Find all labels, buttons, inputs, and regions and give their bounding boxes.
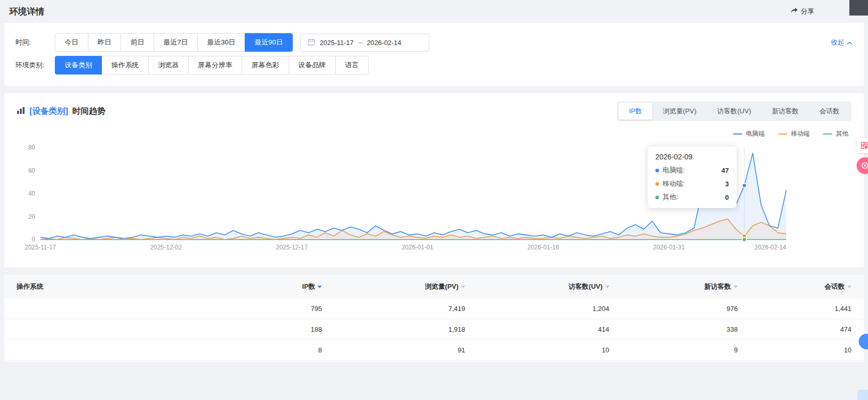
floating-grid-icon[interactable] <box>857 138 868 153</box>
sort-icon <box>605 286 609 288</box>
bar-chart-icon <box>17 107 25 116</box>
trend-chart-area[interactable]: 0204060802025-11-172025-12-022025-12-172… <box>17 140 851 262</box>
page-title: 环境详情 <box>9 6 44 18</box>
date-range-picker[interactable]: 2025-11-17 ~ 2026-02-14 <box>300 34 429 52</box>
sort-icon <box>461 286 465 288</box>
svg-text:40: 40 <box>28 190 36 197</box>
svg-text:60: 60 <box>28 167 36 174</box>
stats-table-panel: 操作系统 IP数 浏览量(PV) 访客数(UV) 新访客数 会话数 795 7,… <box>4 275 864 362</box>
time-button-last-90-days[interactable]: 最近90日 <box>245 33 293 52</box>
trend-chart-panel: [设备类别] 时间趋势 IP数 浏览量(PV) 访客数(UV) 新访客数 会话数… <box>4 93 864 268</box>
svg-text:2025-11-17: 2025-11-17 <box>25 244 56 251</box>
svg-text:2025-12-02: 2025-12-02 <box>150 244 182 251</box>
legend-item-desktop[interactable]: 电脑端 <box>733 129 765 138</box>
chevron-up-icon <box>847 39 852 47</box>
legend-label-mobile: 移动端 <box>791 129 810 138</box>
tooltip-dot-desktop <box>655 169 659 172</box>
time-button-day-before[interactable]: 前日 <box>121 33 154 52</box>
svg-text:2026-01-31: 2026-01-31 <box>653 244 685 251</box>
sort-desc-icon <box>318 286 322 288</box>
tooltip-dot-mobile <box>655 182 659 186</box>
date-range-end: 2026-02-14 <box>367 39 401 47</box>
collapse-label: 收起 <box>831 38 844 47</box>
column-header-category[interactable]: 操作系统 <box>4 275 236 299</box>
sort-icon <box>847 286 851 288</box>
metric-tab-new-visitors[interactable]: 新访客数 <box>761 103 809 120</box>
legend-dash-other <box>823 134 832 135</box>
floating-corner-button[interactable] <box>858 390 868 400</box>
chart-legend: 电脑端 移动端 其他 <box>20 129 848 138</box>
svg-text:2025-12-17: 2025-12-17 <box>276 244 308 251</box>
environment-category-tabs: 设备类别 操作系统 浏览器 屏幕分辨率 屏幕色彩 设备品牌 语言 <box>55 56 369 75</box>
svg-text:2026-02-14: 2026-02-14 <box>755 244 787 251</box>
time-filter-label: 时间: <box>16 38 55 47</box>
column-header-pv[interactable]: 浏览量(PV) <box>334 275 477 299</box>
time-button-yesterday[interactable]: 昨日 <box>88 33 122 52</box>
metric-tab-pv[interactable]: 浏览量(PV) <box>652 103 707 120</box>
date-range-separator: ~ <box>358 39 363 47</box>
category-tab-color-depth[interactable]: 屏幕色彩 <box>242 56 289 75</box>
share-button[interactable]: 分享 <box>790 7 814 16</box>
svg-text:0: 0 <box>32 236 35 243</box>
filter-panel: 时间: 今日 昨日 前日 最近7日 最近30日 最近90日 2025-11-17… <box>4 23 864 86</box>
svg-text:2026-01-16: 2026-01-16 <box>527 244 559 251</box>
calendar-icon <box>308 38 315 47</box>
tooltip-dot-other <box>655 196 659 199</box>
category-tab-device-type[interactable]: 设备类别 <box>55 56 102 75</box>
time-button-today[interactable]: 今日 <box>55 33 88 52</box>
column-header-sessions[interactable]: 会话数 <box>750 275 864 299</box>
time-range-button-group: 今日 昨日 前日 最近7日 最近30日 最近90日 <box>55 33 293 52</box>
legend-item-mobile[interactable]: 移动端 <box>778 129 810 138</box>
category-tab-language[interactable]: 语言 <box>335 56 369 75</box>
time-button-last-30-days[interactable]: 最近30日 <box>197 33 245 52</box>
legend-item-other[interactable]: 其他 <box>823 129 848 138</box>
legend-label-other: 其他 <box>836 129 848 138</box>
table-header-row: 操作系统 IP数 浏览量(PV) 访客数(UV) 新访客数 会话数 <box>4 275 864 299</box>
chart-title-suffix: 时间趋势 <box>72 106 106 117</box>
table-row[interactable]: 188 1,918 414 338 474 <box>4 319 864 340</box>
category-tab-browser[interactable]: 浏览器 <box>148 56 189 75</box>
column-header-ip[interactable]: IP数 <box>236 275 335 299</box>
top-bar: 环境详情 分享 <box>0 0 868 23</box>
metric-tab-uv[interactable]: 访客数(UV) <box>707 103 761 120</box>
category-tab-os[interactable]: 操作系统 <box>101 56 148 75</box>
corner-widget[interactable] <box>849 0 868 16</box>
category-tab-resolution[interactable]: 屏幕分辨率 <box>188 56 243 75</box>
collapse-link[interactable]: 收起 <box>831 38 852 47</box>
metric-tab-sessions[interactable]: 会话数 <box>809 103 850 120</box>
date-range-start: 2025-11-17 <box>320 39 354 47</box>
chart-title: [设备类别] 时间趋势 <box>17 106 106 117</box>
chart-title-category: [设备类别] <box>29 106 68 117</box>
svg-text:2026-01-01: 2026-01-01 <box>401 244 433 251</box>
column-header-uv[interactable]: 访客数(UV) <box>477 275 622 299</box>
legend-dash-desktop <box>733 134 742 135</box>
category-filter-label: 环境类别: <box>16 61 55 70</box>
tooltip-row-other: 其他: 0 <box>655 192 729 202</box>
svg-text:20: 20 <box>28 213 36 220</box>
tooltip-row-mobile: 移动端: 3 <box>655 179 729 188</box>
sort-icon <box>734 286 738 288</box>
legend-label-desktop: 电脑端 <box>746 129 765 138</box>
share-icon <box>790 7 798 16</box>
legend-dash-mobile <box>778 134 787 135</box>
stats-table: 操作系统 IP数 浏览量(PV) 访客数(UV) 新访客数 会话数 795 7,… <box>4 275 864 361</box>
table-row[interactable]: 795 7,419 1,204 976 1,441 <box>4 299 864 319</box>
svg-text:80: 80 <box>28 144 36 151</box>
metric-tab-bar: IP数 浏览量(PV) 访客数(UV) 新访客数 会话数 <box>617 101 851 121</box>
time-button-last-7-days[interactable]: 最近7日 <box>154 33 198 52</box>
column-header-new-visitors[interactable]: 新访客数 <box>622 275 750 299</box>
tooltip-date: 2026-02-09 <box>655 153 729 161</box>
table-row[interactable]: 8 91 10 9 10 <box>4 340 864 361</box>
chart-tooltip: 2026-02-09 电脑端: 47 移动端: 3 其他: 0 <box>648 146 737 208</box>
tooltip-row-desktop: 电脑端: 47 <box>655 166 729 175</box>
category-tab-brand[interactable]: 设备品牌 <box>289 56 336 75</box>
share-label: 分享 <box>801 7 814 16</box>
metric-tab-ip[interactable]: IP数 <box>619 103 652 120</box>
